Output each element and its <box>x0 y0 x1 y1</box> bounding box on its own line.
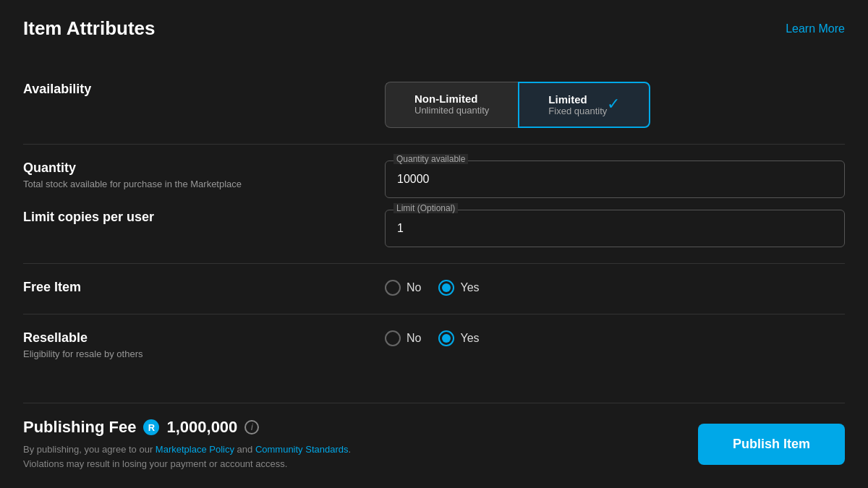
availability-row: Availability Non-Limited Unlimited quant… <box>23 69 845 141</box>
fee-amount: 1,000,000 <box>166 418 237 437</box>
quantity-input[interactable] <box>385 160 845 198</box>
avail-limited-sub: Fixed quantity <box>548 106 607 116</box>
resellable-no-label: No <box>407 332 421 345</box>
resellable-row: Resellable Eligibility for resale by oth… <box>23 317 845 372</box>
resellable-control: No Yes <box>385 330 845 346</box>
quantity-float-label: Quantity available <box>393 154 468 164</box>
avail-non-limited-title: Non-Limited <box>414 93 489 105</box>
form-body: Availability Non-Limited Unlimited quant… <box>23 69 845 397</box>
limit-copies-float-label: Limit (Optional) <box>393 203 458 213</box>
free-item-no-radio[interactable] <box>385 280 401 296</box>
legal-text-2: and <box>234 444 255 455</box>
limit-copies-label: Limit copies per user <box>23 210 385 225</box>
resellable-label-col: Resellable Eligibility for resale by oth… <box>23 330 385 359</box>
resellable-sublabel: Eligibility for resale by others <box>23 348 385 359</box>
legal-text-3: . <box>349 444 352 455</box>
quantity-sublabel: Total stock available for purchase in th… <box>23 179 385 189</box>
free-item-label-col: Free Item <box>23 280 385 298</box>
legal-text-1: By publishing, you agree to our <box>23 444 156 455</box>
divider-1 <box>23 144 845 145</box>
limit-copies-row: Limit copies per user Limit (Optional) <box>23 204 845 260</box>
free-item-no-label: No <box>407 281 421 294</box>
page-title: Item Attributes <box>23 17 156 40</box>
robux-icon: R <box>143 419 159 435</box>
quantity-row: Quantity Total stock available for purch… <box>23 147 845 204</box>
divider-3 <box>23 314 845 314</box>
resellable-label: Resellable <box>23 330 385 346</box>
availability-options: Non-Limited Unlimited quantity Limited F… <box>385 82 845 128</box>
quantity-control: Quantity available <box>385 160 845 198</box>
resellable-yes-label: Yes <box>460 332 479 345</box>
free-item-row: Free Item No Yes <box>23 267 845 311</box>
availability-label-col: Availability <box>23 82 385 100</box>
limit-copies-input[interactable] <box>385 210 845 247</box>
info-icon[interactable]: i <box>244 420 259 435</box>
free-item-yes-option[interactable]: Yes <box>438 280 479 296</box>
free-item-label: Free Item <box>23 280 385 295</box>
community-standards-link[interactable]: Community Standards <box>255 444 349 455</box>
publish-button[interactable]: Publish Item <box>698 424 845 465</box>
resellable-yes-option[interactable]: Yes <box>438 330 479 346</box>
publishing-fee-title: Publishing Fee <box>23 418 136 437</box>
free-item-no-option[interactable]: No <box>385 280 421 296</box>
quantity-label-col: Quantity Total stock available for purch… <box>23 160 385 189</box>
avail-limited-title: Limited <box>548 93 607 106</box>
avail-non-limited-sub: Unlimited quantity <box>414 105 489 116</box>
limit-copies-label-col: Limit copies per user <box>23 210 385 228</box>
avail-limited[interactable]: Limited Fixed quantity ✓ <box>518 82 650 128</box>
resellable-radio-group: No Yes <box>385 330 845 346</box>
quantity-input-group: Quantity available <box>385 160 845 198</box>
availability-control: Non-Limited Unlimited quantity Limited F… <box>385 82 845 128</box>
availability-label: Availability <box>23 82 385 97</box>
limit-copies-input-group: Limit (Optional) <box>385 210 845 247</box>
limit-copies-control: Limit (Optional) <box>385 210 845 247</box>
learn-more-link[interactable]: Learn More <box>786 22 845 35</box>
legal-text-4: Violations may result in losing your pay… <box>23 458 287 469</box>
quantity-label: Quantity <box>23 160 385 176</box>
footer: Publishing Fee R 1,000,000 i By publishi… <box>23 403 845 471</box>
avail-limited-check-icon: ✓ <box>607 95 620 114</box>
footer-legal: By publishing, you agree to our Marketpl… <box>23 442 351 471</box>
publishing-fee-row: Publishing Fee R 1,000,000 i <box>23 418 351 437</box>
free-item-yes-radio[interactable] <box>438 280 454 296</box>
resellable-no-option[interactable]: No <box>385 330 421 346</box>
divider-2 <box>23 263 845 264</box>
resellable-yes-radio[interactable] <box>438 330 454 346</box>
footer-left: Publishing Fee R 1,000,000 i By publishi… <box>23 418 351 471</box>
free-item-control: No Yes <box>385 280 845 296</box>
resellable-no-radio[interactable] <box>385 330 401 346</box>
avail-non-limited[interactable]: Non-Limited Unlimited quantity <box>385 82 518 128</box>
page-header: Item Attributes Learn More <box>23 17 845 40</box>
free-item-yes-label: Yes <box>460 281 479 294</box>
marketplace-policy-link[interactable]: Marketplace Policy <box>156 444 234 455</box>
free-item-radio-group: No Yes <box>385 280 845 296</box>
